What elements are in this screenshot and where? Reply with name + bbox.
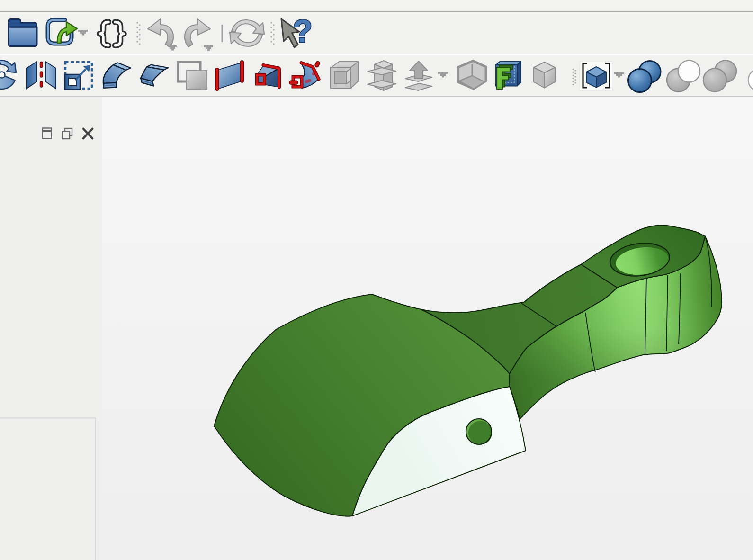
svg-text:?: ? xyxy=(293,13,313,49)
